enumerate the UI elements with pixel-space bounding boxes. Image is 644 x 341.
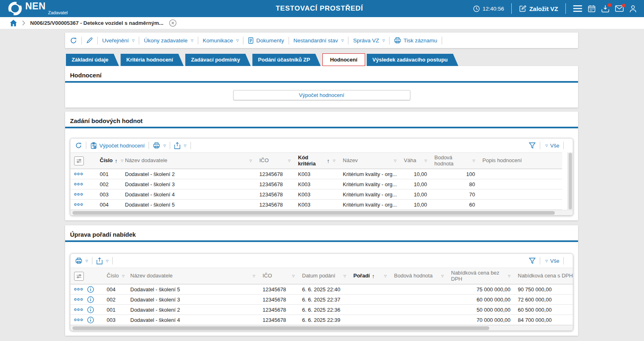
column-header-poradi[interactable]: Pořadí↑▽ [350, 268, 390, 284]
cell-bodova-hodnota: 60 [431, 200, 479, 210]
grid-refresh-button[interactable] [75, 142, 82, 149]
column-filter-icon[interactable]: ▽ [507, 274, 510, 278]
home-icon[interactable] [10, 20, 17, 26]
breadcrumb-record-title[interactable]: N006/25/V00005367 - Detekce vozidel s na… [30, 20, 163, 26]
tab-zadávací-podmínky[interactable]: Zadávací podmínky [185, 54, 251, 66]
column-header-datum[interactable]: Datum podání▽ [298, 268, 350, 284]
column-filter-icon[interactable]: ▽ [332, 159, 335, 163]
downloads-button[interactable] [601, 5, 609, 13]
column-header-ico[interactable]: IČO▽ [259, 268, 298, 284]
cell-cena-bez-dph: 50 000 000,00 [447, 305, 514, 315]
scrollbar-thumb[interactable] [72, 326, 489, 330]
info-icon[interactable] [87, 306, 94, 313]
column-header-bodova-hodnota[interactable]: Bodová hodnota▽ [431, 153, 479, 169]
toolbar-item-komunikace[interactable]: Komunikace▽ [203, 37, 239, 44]
nen-swirl-logo-icon [8, 2, 22, 15]
dropdown-arrow-icon: ▽ [132, 39, 134, 42]
toolbar-item-dokumenty[interactable]: Dokumenty [248, 37, 284, 44]
info-icon[interactable] [87, 317, 94, 323]
column-header-cislo[interactable]: Číslo↑▽ [96, 153, 121, 169]
row-actions-button[interactable]: ooo [74, 297, 83, 301]
grid-filter-button[interactable] [529, 142, 536, 149]
close-record-icon[interactable] [169, 19, 177, 27]
calendar-button[interactable] [588, 5, 596, 13]
column-filter-icon[interactable]: ▽ [291, 274, 295, 278]
mail-notification-badge [622, 4, 626, 7]
toolbar-item-spr-va-vz[interactable]: Správa VZ▽ [353, 37, 385, 44]
column-header-cena-bez-dph[interactable]: Nabídková cena bez DPH▽ [447, 268, 514, 284]
vertical-scrollbar[interactable] [567, 152, 573, 210]
column-header-nazev[interactable]: Název▽ [339, 153, 400, 169]
row-actions-button[interactable]: ooo [74, 192, 83, 196]
column-filter-icon[interactable]: ▽ [423, 159, 427, 163]
toolbar-item--kony-zadavatele[interactable]: Úkony zadavatele▽ [144, 37, 193, 44]
vypocet-hodnoceni-button[interactable]: Výpočet hodnocení [233, 90, 410, 100]
points-grid-panel: Výpočet hodnocení ▽ [70, 138, 573, 216]
export-icon [174, 142, 180, 149]
column-header-cena-s-dph[interactable]: Nabídková cena s DPH [514, 268, 573, 284]
horizontal-scrollbar[interactable] [70, 210, 573, 215]
column-filter-icon[interactable]: ▽ [287, 159, 291, 163]
cell-cislo: 004 [103, 284, 127, 295]
column-header-dodavatel[interactable]: Název dodavatele▽ [121, 153, 256, 169]
grid-vypocet-hodnoceni-button[interactable]: Výpočet hodnocení [90, 142, 145, 149]
column-filter-icon[interactable]: ▽ [471, 159, 475, 163]
row-actions-button[interactable]: ooo [74, 287, 83, 291]
separator [149, 142, 149, 149]
cell-dodavatel: Dodavatel - školení 2 [127, 305, 259, 315]
grid-view-all-selector[interactable]: ▽ Vše [544, 143, 559, 149]
column-header-ico[interactable]: IČO▽ [256, 153, 294, 169]
user-profile-button[interactable] [629, 5, 637, 13]
dropdown-arrow-icon: ▽ [184, 144, 186, 147]
tab-výsledek-zadávacího-postupu[interactable]: Výsledek zadávacího postupu [367, 54, 458, 66]
column-settings-icon[interactable] [74, 156, 84, 165]
tab-základní-údaje[interactable]: Základní údaje [66, 54, 119, 66]
info-icon[interactable] [87, 286, 94, 293]
scrollbar-thumb[interactable] [72, 211, 555, 215]
horizontal-scrollbar[interactable] [70, 325, 573, 330]
column-filter-icon[interactable]: ▽ [440, 274, 444, 278]
column-settings-icon[interactable] [74, 272, 84, 281]
column-filter-icon[interactable]: ▽ [383, 274, 387, 278]
toolbar-item-nestandardn-stav[interactable]: Nestandardní stav▽ [294, 37, 344, 44]
grid-view-all-selector[interactable]: ▽ Vše [544, 258, 559, 264]
column-filter-icon[interactable]: ▽ [248, 159, 252, 163]
tab-kritéria-hodnocení[interactable]: Kritéria hodnocení [120, 54, 184, 66]
column-header-kod-kriteria[interactable]: Kód kritéria↑▽ [294, 153, 339, 169]
order-section: Úprava pořadí nabídek ▽ [65, 225, 578, 336]
toolbar-item-tisk-z-znamu[interactable]: Tisk záznamu [394, 37, 437, 44]
edit-record-button[interactable] [86, 37, 93, 44]
grid-print-button[interactable]: ▽ [153, 142, 166, 149]
row-actions-button[interactable]: ooo [74, 172, 83, 176]
tab-hodnocení[interactable]: Hodnocení [322, 53, 365, 66]
column-header-vaha[interactable]: Váha▽ [400, 153, 431, 169]
messages-button[interactable] [615, 5, 624, 12]
column-header-cislo[interactable]: Číslo▽ [103, 268, 127, 284]
points-grid-toolbar: Výpočet hodnocení ▽ [70, 139, 573, 152]
column-filter-icon[interactable]: ▽ [342, 274, 346, 278]
dropdown-arrow-icon: ▽ [236, 39, 239, 42]
column-header-popis[interactable]: Popis hodnocení [479, 153, 562, 169]
scrollbar-thumb[interactable] [569, 153, 572, 209]
create-vz-button[interactable]: Založit VZ [519, 5, 558, 12]
row-actions-button[interactable]: ooo [74, 202, 83, 207]
grid-export-button[interactable]: ▽ [96, 257, 108, 264]
row-actions-button[interactable]: ooo [74, 318, 83, 322]
app-logo[interactable]: NEN Zadavatel [8, 2, 68, 15]
column-filter-icon[interactable]: ▽ [252, 274, 255, 278]
info-icon[interactable] [87, 296, 94, 303]
column-filter-icon[interactable]: ▽ [393, 159, 396, 163]
grid-filter-button[interactable] [529, 257, 536, 264]
column-header-bodova[interactable]: Bodová hodnota▽ [390, 268, 447, 284]
tab-podání-účastníků-zp[interactable]: Podání účastníků ZP [252, 54, 321, 66]
grid-print-button[interactable]: ▽ [75, 257, 88, 264]
column-filter-icon[interactable]: ▽ [120, 159, 123, 163]
row-actions-button[interactable]: ooo [74, 308, 83, 312]
column-filter-icon[interactable]: ▽ [121, 274, 125, 278]
refresh-button[interactable] [70, 37, 77, 44]
row-actions-button[interactable]: ooo [74, 182, 83, 186]
grid-export-button[interactable]: ▽ [174, 142, 186, 149]
column-header-dodavatel[interactable]: Název dodavatele▽ [127, 268, 259, 284]
menu-button[interactable] [573, 5, 582, 12]
toolbar-item-uve-ejn-n-[interactable]: Uveřejnění▽ [102, 37, 134, 44]
